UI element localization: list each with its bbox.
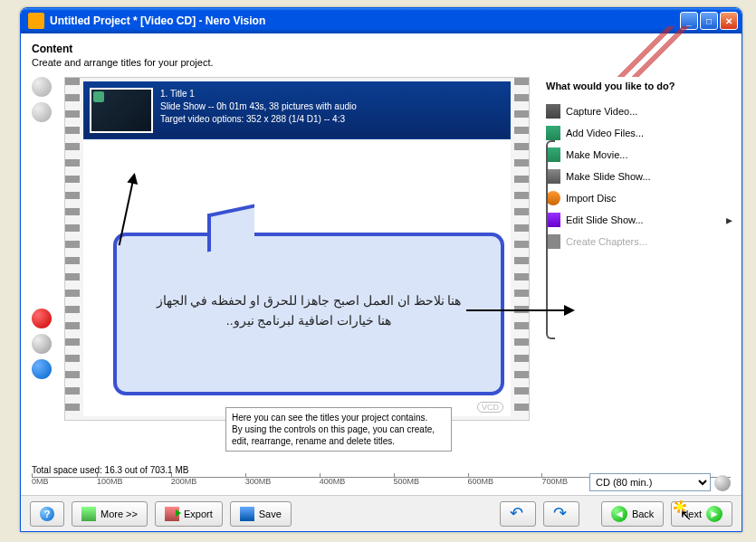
tool-button-3[interactable] [32,334,52,354]
tool-button-1[interactable] [32,77,52,97]
next-button[interactable]: Next► ↖ [671,501,732,527]
help-button[interactable]: ? [30,501,64,527]
title-metadata: 1. Title 1 Slide Show -- 0h 01m 43s, 38 … [160,88,357,133]
titlebar[interactable]: Untitled Project * [Video CD] - Nero Vis… [21,8,742,33]
cursor-icon: ↖ [680,507,692,524]
action-make-movie[interactable]: Make Movie... [546,144,731,166]
bottom-toolbar: ? More >> Export Save ◄Back Next► ↖ [21,495,742,531]
action-make-slideshow[interactable]: Make Slide Show... [546,166,731,187]
redo-button[interactable] [543,501,579,527]
back-icon: ◄ [611,506,627,522]
more-button[interactable]: More >> [72,501,148,527]
action-create-chapters: Create Chapters... [546,231,731,252]
undo-icon [510,507,526,521]
title-details: Slide Show -- 0h 01m 43s, 38 pictures wi… [160,100,357,113]
minimize-button[interactable]: _ [680,12,698,30]
right-panel-title: What would you like to do? [546,81,731,91]
title-name: 1. Title 1 [160,88,357,100]
camera-icon [546,104,560,119]
title-thumbnail [90,88,153,133]
action-import-disc[interactable]: Import Disc [546,187,731,209]
back-button[interactable]: ◄Back [601,501,664,527]
help-icon: ? [40,507,54,521]
record-button[interactable] [32,309,52,328]
chevron-right-icon[interactable]: ▸ [726,213,732,227]
window-title: Untitled Project * [Video CD] - Nero Vis… [50,14,680,27]
space-used-label: Total space used: 16.3 out of 703.1 MB [32,465,188,475]
more-icon [81,507,96,521]
action-capture-video[interactable]: Capture Video... [546,100,731,122]
annotation-arrow [466,309,573,311]
undo-button[interactable] [500,501,536,527]
page-title: Content [32,43,731,55]
title-item[interactable]: 1. Title 1 Slide Show -- 0h 01m 43s, 38 … [83,81,511,139]
app-icon [28,13,44,29]
disc-type-select[interactable]: CD (80 min.) [589,473,711,491]
maximize-button[interactable]: □ [700,12,718,30]
right-panel: What would you like to do? Capture Video… [541,77,731,421]
tool-button-2[interactable] [32,102,52,122]
export-icon [165,507,179,521]
film-icon [546,126,560,140]
vcd-badge: VCD [477,402,503,413]
hint-box: Here you can see the titles your project… [225,407,452,452]
app-window: Untitled Project * [Video CD] - Nero Vis… [20,7,742,532]
content-area: Content Create and arrange titles for yo… [21,33,742,531]
tool-button-4[interactable] [32,359,52,379]
close-button[interactable]: ✕ [720,12,738,30]
export-button[interactable]: Export [155,501,223,527]
title-target: Target video options: 352 x 288 (1/4 D1)… [160,113,357,126]
save-icon [240,507,254,521]
page-subtitle: Create and arrange titles for your proje… [32,57,731,68]
gear-icon[interactable] [714,475,731,491]
annotation-callout: هنا نلاحظ ان العمل اصبح جاهزا للحرق او ل… [113,233,504,395]
next-icon: ► [706,506,723,522]
action-edit-slideshow[interactable]: Edit Slide Show... [546,209,731,231]
save-button[interactable]: Save [230,501,292,527]
left-toolbar [32,77,53,421]
film-perforation [514,78,529,420]
action-add-video[interactable]: Add Video Files... [546,122,731,144]
film-perforation [65,78,80,420]
redo-icon [553,507,569,521]
